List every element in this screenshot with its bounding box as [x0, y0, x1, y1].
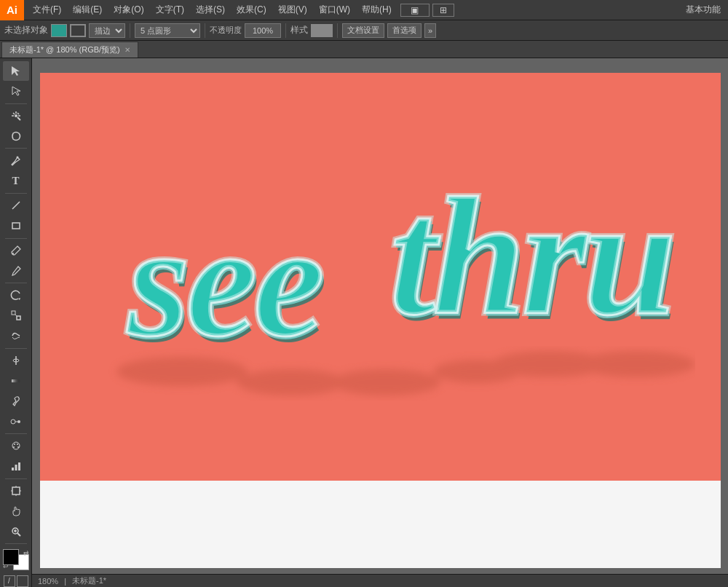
- stroke-type-select[interactable]: 描边: [89, 23, 125, 38]
- svg-rect-17: [12, 379, 20, 382]
- tool-sep-7: [5, 433, 27, 434]
- artboard-tool[interactable]: [3, 481, 29, 501]
- options-bar: 未选择对象 描边 5 点圆形 不透明度 样式 文档设置 首选项 »: [0, 20, 728, 41]
- status-bar: 180% | 未标题-1*: [32, 574, 728, 587]
- doc-name-status: 未标题-1*: [72, 575, 106, 586]
- tab-bar: 未标题-1* @ 180% (RGB/预览) ✕: [0, 41, 728, 58]
- screen-mode-btn[interactable]: ▣: [400, 4, 430, 17]
- menu-bar: Ai 文件(F) 编辑(E) 对象(O) 文字(T) 选择(S) 效果(C) 视…: [0, 0, 728, 20]
- stroke-swatch[interactable]: [70, 24, 86, 37]
- type-tool[interactable]: T: [3, 171, 29, 191]
- grid-btn[interactable]: ⊞: [432, 4, 454, 17]
- color-swatches: ↩ ⇄: [3, 549, 29, 570]
- select-tool[interactable]: [3, 61, 29, 81]
- style-swatch[interactable]: [311, 24, 333, 37]
- none-fill-icon: /: [8, 577, 10, 585]
- svg-line-6: [17, 117, 20, 120]
- menu-view[interactable]: 视图(V): [272, 0, 313, 20]
- direct-select-tool[interactable]: [3, 82, 29, 101]
- no-selection-label: 未选择对象: [4, 24, 48, 36]
- svg-marker-11: [18, 298, 20, 300]
- document-tab[interactable]: 未标题-1* @ 180% (RGB/预览) ✕: [1, 42, 138, 58]
- menu-object[interactable]: 对象(O): [108, 0, 149, 20]
- hand-tool[interactable]: [3, 502, 29, 521]
- preferences-btn[interactable]: 首选项: [387, 23, 422, 38]
- line-tool[interactable]: [3, 196, 29, 216]
- svg-text:see: see: [126, 192, 321, 370]
- svg-point-21: [12, 442, 20, 449]
- separator-2: [205, 23, 205, 38]
- svg-rect-28: [18, 462, 20, 470]
- width-tool[interactable]: [3, 351, 29, 371]
- brush-size-select[interactable]: 5 点圆形: [135, 23, 200, 38]
- opacity-input[interactable]: [245, 23, 281, 38]
- warp-tool[interactable]: [3, 326, 29, 346]
- menu-window[interactable]: 窗口(W): [313, 0, 356, 20]
- menu-items: 文件(F) 编辑(E) 对象(O) 文字(T) 选择(S) 效果(C) 视图(V…: [24, 0, 454, 20]
- rect-tool[interactable]: [3, 216, 29, 236]
- more-options-btn[interactable]: »: [424, 23, 436, 38]
- tab-title: 未标题-1* @ 180% (RGB/预览): [9, 44, 120, 55]
- swap-colors-btn[interactable]: ⇄: [23, 549, 29, 556]
- artboard-white-area: [40, 481, 721, 568]
- screen-mode-icon: ▣: [411, 5, 419, 15]
- menu-text[interactable]: 文字(T): [150, 0, 190, 20]
- svg-rect-9: [12, 223, 20, 229]
- doc-settings-btn[interactable]: 文档设置: [342, 23, 384, 38]
- menu-help[interactable]: 帮助(H): [356, 0, 397, 20]
- canvas-content: see thru see thru see: [32, 58, 728, 574]
- blend-tool[interactable]: [3, 411, 29, 431]
- svg-point-10: [12, 253, 14, 254]
- magic-wand-tool[interactable]: [3, 106, 29, 126]
- tool-sep-4: [5, 238, 27, 239]
- reset-colors-btn[interactable]: ↩: [3, 563, 9, 570]
- status-separator: |: [64, 577, 66, 586]
- zoom-level: 180%: [38, 577, 58, 586]
- grid-icon: ⊞: [440, 5, 447, 15]
- svg-point-23: [17, 444, 18, 445]
- left-toolbar: T: [0, 58, 32, 587]
- separator-3: [285, 23, 286, 38]
- menu-edit[interactable]: 编辑(E): [67, 0, 108, 20]
- tool-sep-9: [5, 543, 27, 544]
- rotate-tool[interactable]: [3, 285, 29, 305]
- gradient-fill-btn[interactable]: [17, 575, 28, 587]
- svg-rect-12: [12, 311, 15, 315]
- symbol-tool[interactable]: [3, 436, 29, 456]
- none-fill-btn[interactable]: /: [4, 575, 15, 587]
- menu-select[interactable]: 选择(S): [190, 0, 231, 20]
- style-label: 样式: [290, 24, 308, 36]
- tool-sep-5: [5, 283, 27, 283]
- gradient-tool[interactable]: [3, 371, 29, 391]
- svg-point-7: [16, 156, 18, 158]
- tool-sep-6: [5, 348, 27, 349]
- svg-point-19: [17, 420, 20, 423]
- fill-swatch[interactable]: [51, 24, 67, 37]
- opacity-label: 不透明度: [210, 25, 242, 36]
- artboard-top: see thru see thru see: [40, 73, 721, 481]
- menu-effect[interactable]: 效果(C): [231, 0, 272, 20]
- svg-line-14: [15, 315, 17, 316]
- svg-line-8: [12, 202, 20, 209]
- ai-logo: Ai: [0, 0, 24, 20]
- tab-close-btn[interactable]: ✕: [124, 46, 130, 54]
- main-area: T: [0, 58, 728, 587]
- pen-tool[interactable]: [3, 151, 29, 170]
- menu-file[interactable]: 文件(F): [27, 0, 67, 20]
- eyedropper-tool[interactable]: [3, 391, 29, 411]
- svg-point-24: [13, 446, 15, 448]
- brush-tool[interactable]: [3, 241, 29, 261]
- lasso-tool[interactable]: [3, 126, 29, 146]
- pencil-tool[interactable]: [3, 261, 29, 280]
- scale-tool[interactable]: [3, 306, 29, 326]
- svg-point-18: [11, 419, 15, 424]
- chart-tool[interactable]: [3, 457, 29, 476]
- type-icon: T: [12, 175, 19, 187]
- tool-sep-2: [5, 148, 27, 149]
- zoom-tool[interactable]: [3, 521, 29, 541]
- svg-rect-13: [17, 316, 20, 320]
- artboard: see thru see thru see: [40, 73, 721, 568]
- separator-1: [130, 23, 130, 38]
- svg-point-25: [17, 446, 19, 448]
- svg-rect-26: [12, 468, 14, 470]
